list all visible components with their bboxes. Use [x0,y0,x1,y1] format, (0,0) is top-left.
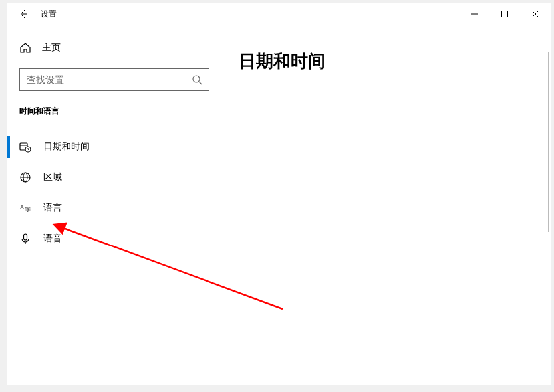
content-pane: 日期和时间 [221,25,551,385]
maximize-icon [501,11,508,17]
svg-point-5 [193,76,200,82]
sidebar-item-label: 区域 [43,171,62,183]
sidebar: 主页 时间和语言 日期和时间 [7,25,221,385]
maximize-button[interactable] [489,3,520,25]
search-input[interactable] [27,74,192,85]
search-box[interactable] [19,68,209,91]
sidebar-item-speech[interactable]: 语音 [7,223,221,254]
svg-rect-17 [24,234,27,240]
home-label: 主页 [42,42,61,54]
back-button[interactable] [17,7,30,21]
titlebar: 设置 [7,3,551,25]
svg-line-6 [199,82,202,84]
sidebar-item-label: 语言 [43,202,62,214]
nav-list: 日期和时间 区域 A字 语言 [7,132,221,254]
close-icon [532,11,539,17]
calendar-clock-icon [19,141,31,153]
window-title: 设置 [41,9,57,20]
category-label: 时间和语言 [19,106,221,117]
microphone-icon [19,233,31,245]
svg-text:A: A [20,204,24,211]
page-title: 日期和时间 [239,50,551,73]
svg-rect-2 [502,11,508,17]
sidebar-item-datetime[interactable]: 日期和时间 [7,132,221,162]
search-icon [192,74,202,85]
language-icon: A字 [19,202,31,214]
minimize-button[interactable] [459,3,489,25]
globe-icon [19,171,31,183]
home-icon [19,42,31,54]
titlebar-left: 设置 [17,7,57,21]
scrollbar[interactable] [548,52,549,232]
sidebar-item-region[interactable]: 区域 [7,162,221,193]
home-button[interactable]: 主页 [7,37,221,59]
window-controls [459,3,551,25]
sidebar-item-language[interactable]: A字 语言 [7,193,221,223]
sidebar-item-label: 日期和时间 [43,141,90,153]
svg-text:字: 字 [25,207,31,213]
minimize-icon [471,11,478,17]
close-button[interactable] [520,3,551,25]
window-body: 主页 时间和语言 日期和时间 [7,25,551,385]
settings-window: 设置 主页 [7,3,551,385]
sidebar-item-label: 语音 [43,233,62,245]
arrow-left-icon [18,9,29,19]
